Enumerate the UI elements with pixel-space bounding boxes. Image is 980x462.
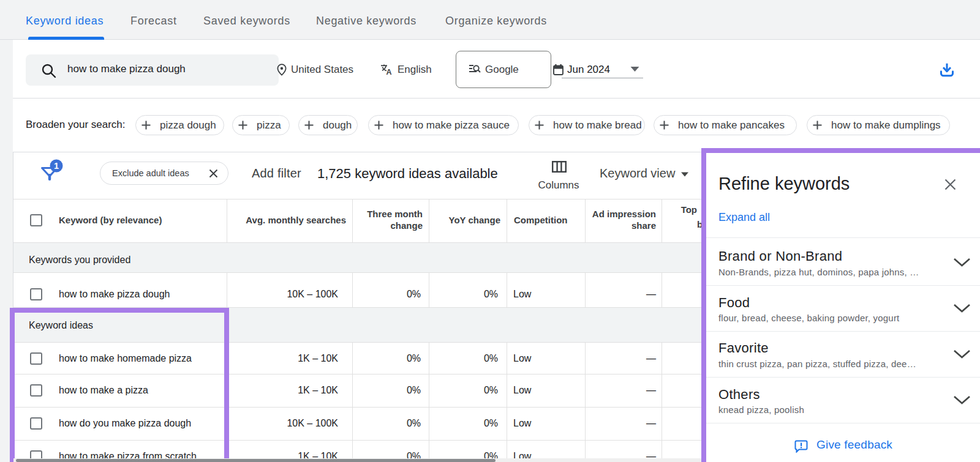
svg-text:A: A bbox=[386, 68, 392, 75]
svg-text:1: 1 bbox=[54, 161, 59, 171]
